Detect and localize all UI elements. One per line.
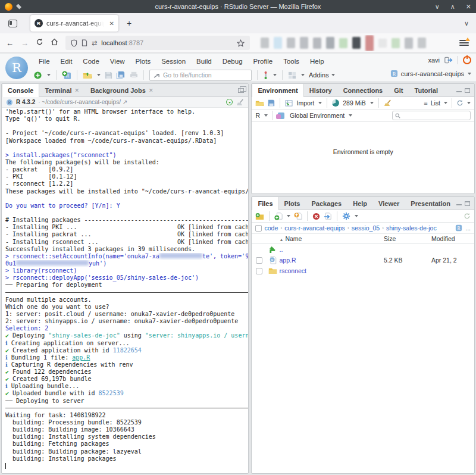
file-checkbox[interactable] [256,268,262,274]
save-workspace-icon[interactable] [268,99,275,107]
breadcrumb-curs-r-avancat-equips[interactable]: curs-r-avancat-equips [284,224,345,232]
menu-plots[interactable]: Plots [130,58,156,65]
scope-caret-icon[interactable] [349,114,352,117]
menu-view[interactable]: View [105,58,130,65]
shield-icon[interactable] [71,39,77,47]
bookmark-icon[interactable] [418,38,426,48]
delete-file-icon[interactable] [312,212,320,220]
clear-console-icon[interactable] [236,99,244,106]
maximize-pane-icon[interactable] [465,201,470,206]
bookmark-icon[interactable] [352,37,361,49]
open-file-icon[interactable] [83,71,92,79]
import-label[interactable]: Import [296,99,314,107]
url-bar[interactable]: ⇄ localhost:8787 [65,36,250,50]
home-button[interactable] [51,38,58,48]
page-icon[interactable] [82,39,87,46]
menu-code[interactable]: Code [77,58,105,65]
new-project-icon[interactable]: R [62,71,71,80]
browser-tab[interactable]: R curs-r-avancat-equips · RSt ✕ [30,15,118,32]
breadcrumb-more-button[interactable]: ... [465,224,471,232]
refresh-files-icon[interactable] [464,212,471,220]
menu-session[interactable]: Session [156,58,191,65]
files-tab-plots[interactable]: Plots [279,197,306,210]
back-button[interactable]: ← [6,39,14,48]
environment-tab-connections[interactable]: Connections [338,84,389,96]
file-name[interactable]: .. [279,246,384,253]
url-text[interactable]: localhost:8787 [101,39,233,46]
breadcrumb-shiny-sales-de-joc[interactable]: shiny-sales-de-joc [386,224,437,232]
refresh-environment-icon[interactable] [456,99,464,107]
column-size[interactable]: Size [384,235,431,242]
environment-tab-environment[interactable]: Environment [252,84,303,97]
file-checkbox[interactable] [256,257,262,264]
quit-session-icon[interactable] [463,56,471,64]
memory-caret-icon[interactable] [370,102,374,104]
addins-menu[interactable]: Addins [309,71,335,79]
minimize-pane-icon[interactable] [456,201,462,205]
version-control-caret-icon[interactable] [273,74,277,76]
menu-tools[interactable]: Tools [278,58,305,65]
bookmark-icon[interactable] [339,38,347,48]
more-file-commands-icon[interactable] [342,212,350,220]
environment-search-input[interactable] [392,111,471,120]
bookmark-icon[interactable] [378,39,387,48]
window-close-button[interactable]: ✕ [466,3,471,11]
reload-button[interactable] [36,38,43,48]
session-status-icon[interactable]: ● [226,99,233,105]
environment-tab-git[interactable]: Git [389,84,409,96]
downloads-menu-icon[interactable] [459,40,469,46]
file-row-appR[interactable]: Rapp.R5.2 KBApr 21, 2 [252,255,474,265]
console-tab-console[interactable]: Console [2,84,39,97]
bookmark-icon[interactable] [392,38,400,48]
panes-caret-icon[interactable] [301,74,305,76]
import-dataset-icon[interactable] [285,99,293,107]
bookmark-icon[interactable] [274,37,282,49]
breadcrumb-sessio_05[interactable]: sessio_05 [352,224,380,232]
more-caret-icon[interactable] [355,215,358,217]
new-file-caret-icon[interactable] [47,74,51,76]
files-tab-packages[interactable]: Packages [306,197,347,210]
window-minimize-button[interactable]: ∨ [435,3,440,11]
tab-close-icon[interactable]: ✕ [149,88,154,93]
new-file-icon[interactable] [33,71,42,80]
environment-tab-history[interactable]: History [304,84,338,96]
files-tab-presentation[interactable]: Presentation [405,197,456,210]
new-folder-icon[interactable] [255,212,264,220]
load-workspace-icon[interactable] [255,99,264,107]
console-tab-background-jobs[interactable]: Background Jobs✕ [85,84,159,96]
menu-help[interactable]: Help [305,58,330,65]
save-all-icon[interactable] [117,71,126,79]
new-tab-button[interactable]: + [127,18,131,28]
select-all-checkbox[interactable] [255,225,262,232]
file-row-rsconnect[interactable]: rsconnect [252,265,474,276]
console-output[interactable]: 'help.start()' for an HTML browser inter… [2,108,248,473]
refresh-caret-icon[interactable] [467,102,471,104]
new-blank-file-icon[interactable] [274,212,283,220]
sign-out-icon[interactable] [444,57,453,64]
menu-profile[interactable]: Profile [248,58,278,65]
bookmark-icon[interactable] [261,38,269,48]
bookmark-icon[interactable] [326,37,334,49]
version-control-icon[interactable] [263,71,268,80]
file-name[interactable]: rsconnect [279,267,384,274]
files-tab-viewer[interactable]: Viewer [373,197,405,210]
breadcrumb-code[interactable]: code [264,224,278,232]
environment-scope-label[interactable]: Global Environment [290,112,345,119]
column-name[interactable]: ▲Name [279,235,384,242]
restore-panes-icon[interactable] [238,88,244,93]
goto-file-input[interactable]: Go to file/function [149,70,252,81]
minimize-pane-icon[interactable] [456,88,462,92]
bookmark-star-icon[interactable] [237,39,245,47]
language-caret-icon[interactable] [264,114,268,117]
workspace-panes-icon[interactable] [288,71,296,79]
bookmark-icon[interactable] [300,37,308,49]
clear-environment-icon[interactable] [384,99,392,107]
connection-icon[interactable]: ⇄ [92,39,97,47]
column-modified[interactable]: Modified [431,235,474,242]
menu-edit[interactable]: Edit [55,58,78,65]
import-caret-icon[interactable] [318,102,322,104]
project-menu[interactable]: R curs-r-avancat-equips [390,70,471,77]
language-selector[interactable]: R [255,112,260,119]
console-tab-terminal[interactable]: Terminal✕ [39,84,85,96]
files-tab-help[interactable]: Help [347,197,373,210]
